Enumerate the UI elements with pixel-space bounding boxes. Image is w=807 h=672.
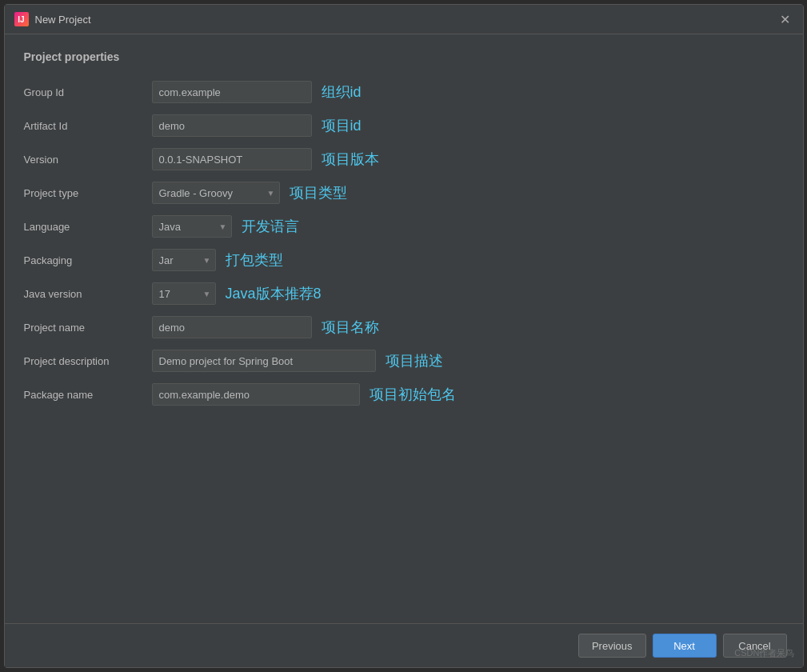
project-type-annotation: 项目类型 [290, 183, 347, 202]
new-project-dialog: IJ New Project ✕ Project properties Grou… [4, 4, 804, 668]
package-name-label: Package name [24, 389, 152, 401]
watermark: CSDN作者呆鸟 [734, 647, 794, 659]
package-name-input[interactable] [152, 383, 360, 406]
project-name-label: Project name [24, 322, 152, 334]
project-type-label: Project type [24, 187, 152, 199]
project-name-input[interactable] [152, 316, 312, 338]
version-annotation: 项目版本 [322, 150, 379, 169]
java-version-select[interactable]: 8 11 17 21 [152, 282, 216, 305]
dialog-titlebar: IJ New Project ✕ [5, 5, 803, 34]
language-select[interactable]: Java Kotlin Groovy [152, 215, 232, 238]
artifact-id-control: 项目id [152, 114, 784, 137]
language-label: Language [24, 221, 152, 233]
java-version-row: Java version 8 11 17 21 ▼ Java版本推荐8 [24, 281, 784, 306]
language-control: Java Kotlin Groovy ▼ 开发语言 [152, 215, 784, 238]
packaging-select-wrapper: Jar War ▼ [152, 249, 216, 271]
dialog-body: Project properties Group Id 组织id Artifac… [5, 34, 803, 623]
app-icon: IJ [14, 12, 29, 26]
group-id-label: Group Id [24, 86, 152, 98]
artifact-id-label: Artifact Id [24, 120, 152, 132]
packaging-select[interactable]: Jar War [152, 249, 216, 271]
group-id-input[interactable] [152, 81, 312, 103]
group-id-annotation: 组织id [322, 82, 362, 102]
package-name-row: Package name 项目初始包名 [24, 382, 784, 407]
project-description-input[interactable] [152, 350, 376, 372]
language-row: Language Java Kotlin Groovy ▼ 开发语言 [24, 214, 784, 239]
version-input[interactable] [152, 148, 312, 170]
project-type-control: Gradle - Groovy Gradle - Kotlin Maven ▼ … [152, 182, 784, 204]
language-annotation: 开发语言 [242, 217, 299, 236]
project-type-select[interactable]: Gradle - Groovy Gradle - Kotlin Maven [152, 182, 280, 204]
section-title: Project properties [24, 50, 784, 63]
packaging-control: Jar War ▼ 打包类型 [152, 249, 784, 271]
version-control: 项目版本 [152, 148, 784, 170]
package-name-control: 项目初始包名 [152, 383, 784, 406]
language-select-wrapper: Java Kotlin Groovy ▼ [152, 215, 232, 238]
packaging-annotation: 打包类型 [226, 250, 283, 270]
project-name-annotation: 项目名称 [322, 318, 379, 337]
java-version-control: 8 11 17 21 ▼ Java版本推荐8 [152, 282, 784, 305]
packaging-label: Packaging [24, 254, 152, 266]
project-type-row: Project type Gradle - Groovy Gradle - Ko… [24, 180, 784, 206]
project-description-label: Project description [24, 355, 152, 367]
artifact-id-row: Artifact Id 项目id [24, 113, 784, 138]
packaging-row: Packaging Jar War ▼ 打包类型 [24, 247, 784, 273]
package-name-annotation: 项目初始包名 [370, 385, 456, 404]
close-button[interactable]: ✕ [777, 11, 793, 27]
artifact-id-annotation: 项目id [322, 116, 362, 135]
project-description-annotation: 项目描述 [386, 351, 443, 370]
dialog-footer: Previous Next Cancel [5, 623, 803, 667]
version-label: Version [24, 154, 152, 166]
group-id-control: 组织id [152, 81, 784, 103]
group-id-row: Group Id 组织id [24, 79, 784, 105]
java-version-select-wrapper: 8 11 17 21 ▼ [152, 282, 216, 305]
dialog-title: New Project [35, 14, 771, 26]
project-type-select-wrapper: Gradle - Groovy Gradle - Kotlin Maven ▼ [152, 182, 280, 204]
java-version-annotation: Java版本推荐8 [226, 284, 322, 303]
project-description-control: 项目描述 [152, 350, 784, 372]
previous-button[interactable]: Previous [578, 634, 646, 658]
version-row: Version 项目版本 [24, 146, 784, 172]
artifact-id-input[interactable] [152, 114, 312, 137]
java-version-label: Java version [24, 288, 152, 300]
project-name-control: 项目名称 [152, 316, 784, 338]
project-description-row: Project description 项目描述 [24, 348, 784, 374]
next-button[interactable]: Next [653, 634, 717, 658]
project-name-row: Project name 项目名称 [24, 314, 784, 340]
